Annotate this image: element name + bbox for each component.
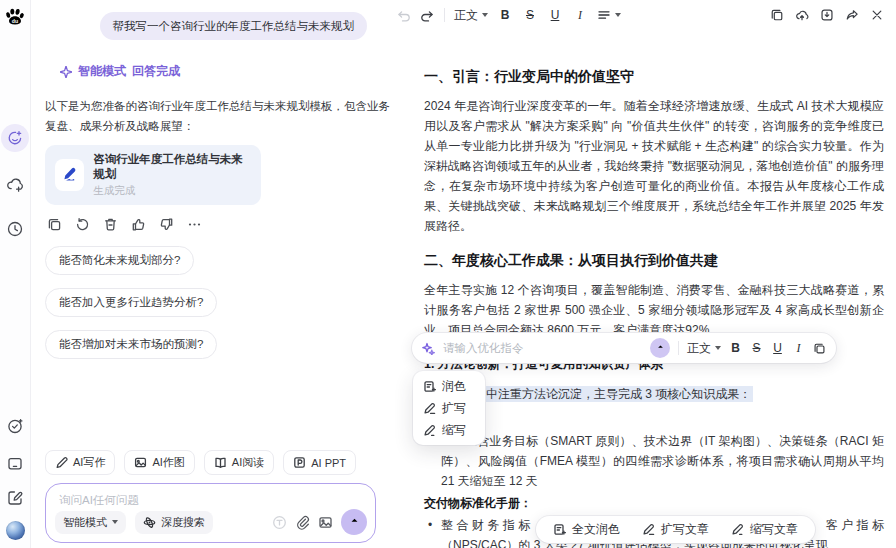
underline-button[interactable]: U <box>547 8 563 22</box>
suggested-questions: 能否简化未来规划部分? 能否加入更多行业趋势分析? 能否增加对未来市场的预测? <box>45 246 412 359</box>
doc-card-title: 咨询行业年度工作总结与未来规划 <box>93 152 251 182</box>
pen-shorten-icon <box>423 424 436 437</box>
editor-panel: 正文 B S U I <box>388 0 896 548</box>
user-avatar[interactable] <box>6 521 25 540</box>
user-message-bubble: 帮我写一个咨询行业的年度工作总结与未来规划 <box>100 12 368 40</box>
app-window: du <box>0 0 896 548</box>
footer-action-label: 全文润色 <box>572 521 620 538</box>
chip-ai-ppt[interactable]: AI PPT <box>283 450 356 475</box>
inline-ai-toolbar: 请输入优化指令 正文 B S U I <box>412 333 836 363</box>
thumbs-down-icon[interactable] <box>159 217 174 232</box>
sidebar-item-history[interactable] <box>6 220 24 238</box>
baidu-logo[interactable]: du <box>4 7 26 27</box>
cloud-upload-icon[interactable] <box>795 8 809 22</box>
toolbar-divider <box>444 8 445 22</box>
sidebar-item-feedback[interactable] <box>6 489 24 507</box>
text-tool-icon[interactable] <box>272 515 287 530</box>
strikethrough-button[interactable]: S <box>750 341 763 355</box>
bold-button[interactable]: B <box>729 341 742 355</box>
chat-input-area: AI写作 AI作图 AI阅读 AI PPT 询问AI任何问题 <box>45 450 376 543</box>
italic-button[interactable]: I <box>572 8 588 23</box>
message-actions <box>47 217 412 232</box>
mode-selector[interactable]: 智能模式 <box>55 511 126 534</box>
ai-instruction-placeholder[interactable]: 请输入优化指令 <box>443 341 642 356</box>
chip-ai-reading[interactable]: AI阅读 <box>204 450 274 475</box>
status-mode-label: 智能模式 <box>78 63 126 80</box>
download-icon[interactable] <box>820 8 834 22</box>
sidebar-item-devices[interactable] <box>6 455 24 473</box>
document-content[interactable]: 一、引言：行业变局中的价值坚守 2024 年是咨询行业深度变革的一年。随着全球经… <box>388 30 896 548</box>
paragraph-style-label: 正文 <box>687 340 711 357</box>
italic-button[interactable]: I <box>792 341 805 356</box>
shorten-article-button[interactable]: 缩写文章 <box>731 521 798 538</box>
menu-item-expand[interactable]: 扩写 <box>413 397 485 419</box>
chip-label: AI写作 <box>73 455 105 470</box>
expand-article-button[interactable]: 扩写文章 <box>642 521 709 538</box>
undo-icon[interactable] <box>396 8 411 23</box>
sidebar-item-cloud-add[interactable] <box>6 176 24 194</box>
assistant-intro-text: 以下是为您准备的咨询行业年度工作总结与未来规划模板，包含业务复盘、成果分析及战略… <box>45 96 398 136</box>
doc-heading-1: 一、引言：行业变局中的价值坚守 <box>424 66 884 86</box>
doc-paragraph: 2024 年是咨询行业深度变革的一年。随着全球经济增速放缓、生成式 AI 技术大… <box>424 96 884 236</box>
suggestion-pill[interactable]: 能否简化未来规划部分? <box>45 246 194 275</box>
insert-image-icon[interactable] <box>318 515 333 530</box>
image-icon <box>134 456 147 469</box>
ppt-icon <box>293 456 306 469</box>
ai-instruction-send-button[interactable] <box>650 338 670 358</box>
menu-item-label: 润色 <box>442 378 466 395</box>
copy-selection-icon[interactable] <box>813 342 826 355</box>
underline-button[interactable]: U <box>771 341 784 355</box>
suggestion-pill[interactable]: 能否加入更多行业趋势分析? <box>45 288 217 317</box>
doc-list-label: 交付物标准化手册： <box>424 493 884 513</box>
book-icon <box>214 456 227 469</box>
footer-action-label: 扩写文章 <box>661 521 709 538</box>
doc-bullet: 建立包含业务目标（SMART 原则）、技术边界（IT 架构图）、决策链条（RAC… <box>424 431 884 491</box>
doc-polish-icon <box>553 523 566 536</box>
quick-action-chips: AI写作 AI作图 AI阅读 AI PPT <box>45 450 376 475</box>
status-state-label: 回答完成 <box>132 63 180 80</box>
menu-item-polish[interactable]: 润色 <box>413 375 485 397</box>
bold-button[interactable]: B <box>497 8 513 22</box>
toolbar-divider <box>678 341 679 355</box>
send-button[interactable] <box>341 509 367 535</box>
ai-edit-context-menu: 润色 扩写 缩写 <box>413 371 485 445</box>
thumbs-up-icon[interactable] <box>131 217 146 232</box>
polish-full-text-button[interactable]: 全文润色 <box>553 521 620 538</box>
list-style-dropdown[interactable] <box>597 8 621 22</box>
copy-icon[interactable] <box>47 217 62 232</box>
sidebar-item-chat-active[interactable] <box>1 124 29 152</box>
answer-status: 智能模式 回答完成 <box>60 63 412 80</box>
chat-sparkle-icon <box>7 130 23 146</box>
deep-search-toggle[interactable]: 深度搜索 <box>135 511 213 534</box>
close-icon[interactable] <box>870 8 884 22</box>
doc-bullet-list: 建立包含业务目标（SMART 原则）、技术边界（IT 架构图）、决策链条（RAC… <box>424 431 884 491</box>
pencil-icon <box>55 456 68 469</box>
redo-icon[interactable] <box>420 8 435 23</box>
attachment-icon[interactable] <box>295 515 310 530</box>
regenerate-icon[interactable] <box>75 217 90 232</box>
generated-doc-card[interactable]: 咨询行业年度工作总结与未来规划 生成完成 <box>45 145 261 205</box>
chevron-down-icon <box>615 13 621 17</box>
doc-polish-icon <box>423 380 436 393</box>
chat-input-box[interactable]: 询问AI任何问题 智能模式 深度搜索 <box>45 483 376 543</box>
chip-label: AI PPT <box>311 457 346 469</box>
editor-toolbar: 正文 B S U I <box>388 0 896 30</box>
copy-doc-icon[interactable] <box>770 8 784 22</box>
strikethrough-button[interactable]: S <box>522 8 538 22</box>
chip-ai-image[interactable]: AI作图 <box>124 450 194 475</box>
document-footer-actions: 全文润色 扩写文章 缩写文章 <box>536 516 815 543</box>
suggestion-pill[interactable]: 能否增加对未来市场的预测? <box>45 330 217 359</box>
deep-search-label: 深度搜索 <box>161 515 205 530</box>
menu-item-label: 缩写 <box>442 422 466 439</box>
more-actions-icon[interactable] <box>187 217 202 232</box>
delete-icon[interactable] <box>103 217 118 232</box>
share-icon[interactable] <box>845 8 859 22</box>
doc-heading-2: 二、年度核心工作成果：从项目执行到价值共建 <box>424 250 884 270</box>
menu-item-shorten[interactable]: 缩写 <box>413 419 485 441</box>
inline-paragraph-style-dropdown[interactable]: 正文 <box>687 340 721 357</box>
paragraph-style-dropdown[interactable]: 正文 <box>454 7 488 24</box>
chevron-down-icon <box>715 346 721 350</box>
sidebar-item-schedule[interactable] <box>6 417 24 435</box>
doc-card-status: 生成完成 <box>93 184 251 198</box>
chip-ai-writing[interactable]: AI写作 <box>45 450 115 475</box>
